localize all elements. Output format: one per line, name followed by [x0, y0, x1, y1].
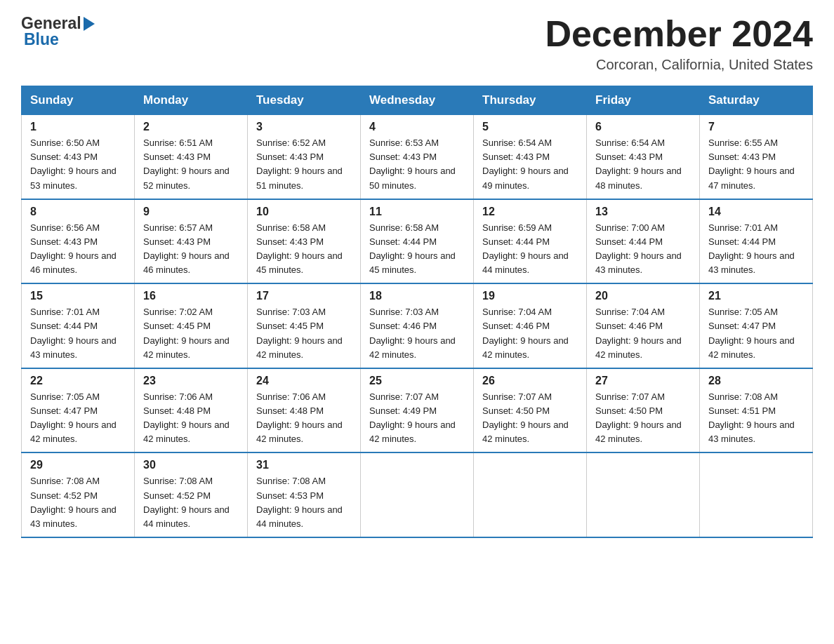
logo-arrow-icon [84, 17, 95, 31]
day-number: 25 [369, 375, 465, 387]
calendar-week-row: 1 Sunrise: 6:50 AMSunset: 4:43 PMDayligh… [22, 115, 813, 199]
day-info: Sunrise: 7:04 AMSunset: 4:46 PMDaylight:… [482, 305, 578, 362]
table-row: 24 Sunrise: 7:06 AMSunset: 4:48 PMDaylig… [248, 368, 361, 453]
day-info: Sunrise: 6:56 AMSunset: 4:43 PMDaylight:… [30, 221, 126, 278]
table-row: 12 Sunrise: 6:59 AMSunset: 4:44 PMDaylig… [474, 199, 587, 284]
table-row: 1 Sunrise: 6:50 AMSunset: 4:43 PMDayligh… [22, 115, 135, 199]
day-number: 26 [482, 375, 578, 387]
table-row: 18 Sunrise: 7:03 AMSunset: 4:46 PMDaylig… [361, 283, 474, 368]
day-number: 19 [482, 290, 578, 302]
col-thursday: Thursday [474, 86, 587, 115]
table-row: 29 Sunrise: 7:08 AMSunset: 4:52 PMDaylig… [22, 452, 135, 537]
table-row: 4 Sunrise: 6:53 AMSunset: 4:43 PMDayligh… [361, 115, 474, 199]
day-number: 7 [708, 121, 804, 133]
table-row: 26 Sunrise: 7:07 AMSunset: 4:50 PMDaylig… [474, 368, 587, 453]
title-block: December 2024 Corcoran, California, Unit… [545, 14, 813, 73]
day-info: Sunrise: 7:03 AMSunset: 4:46 PMDaylight:… [369, 305, 465, 362]
table-row: 3 Sunrise: 6:52 AMSunset: 4:43 PMDayligh… [248, 115, 361, 199]
day-info: Sunrise: 7:07 AMSunset: 4:49 PMDaylight:… [369, 390, 465, 447]
table-row [587, 452, 700, 537]
day-info: Sunrise: 6:58 AMSunset: 4:43 PMDaylight:… [256, 221, 352, 278]
day-info: Sunrise: 7:03 AMSunset: 4:45 PMDaylight:… [256, 305, 352, 362]
table-row: 13 Sunrise: 7:00 AMSunset: 4:44 PMDaylig… [587, 199, 700, 284]
table-row: 2 Sunrise: 6:51 AMSunset: 4:43 PMDayligh… [135, 115, 248, 199]
calendar-week-row: 22 Sunrise: 7:05 AMSunset: 4:47 PMDaylig… [22, 368, 813, 453]
table-row [700, 452, 813, 537]
day-number: 27 [595, 375, 691, 387]
day-number: 13 [595, 206, 691, 218]
table-row: 16 Sunrise: 7:02 AMSunset: 4:45 PMDaylig… [135, 283, 248, 368]
col-saturday: Saturday [700, 86, 813, 115]
day-number: 23 [143, 375, 239, 387]
table-row: 15 Sunrise: 7:01 AMSunset: 4:44 PMDaylig… [22, 283, 135, 368]
calendar-table: Sunday Monday Tuesday Wednesday Thursday… [21, 86, 813, 538]
day-info: Sunrise: 7:08 AMSunset: 4:53 PMDaylight:… [256, 474, 352, 531]
table-row [474, 452, 587, 537]
col-friday: Friday [587, 86, 700, 115]
calendar-week-row: 15 Sunrise: 7:01 AMSunset: 4:44 PMDaylig… [22, 283, 813, 368]
day-info: Sunrise: 7:00 AMSunset: 4:44 PMDaylight:… [595, 221, 691, 278]
day-info: Sunrise: 6:54 AMSunset: 4:43 PMDaylight:… [595, 136, 691, 193]
day-number: 12 [482, 206, 578, 218]
day-number: 30 [143, 459, 239, 471]
day-info: Sunrise: 6:58 AMSunset: 4:44 PMDaylight:… [369, 221, 465, 278]
day-info: Sunrise: 7:01 AMSunset: 4:44 PMDaylight:… [30, 305, 126, 362]
day-number: 24 [256, 375, 352, 387]
table-row [361, 452, 474, 537]
table-row: 8 Sunrise: 6:56 AMSunset: 4:43 PMDayligh… [22, 199, 135, 284]
table-row: 20 Sunrise: 7:04 AMSunset: 4:46 PMDaylig… [587, 283, 700, 368]
col-monday: Monday [135, 86, 248, 115]
page-header: General Blue December 2024 Corcoran, Cal… [21, 14, 813, 73]
day-info: Sunrise: 7:08 AMSunset: 4:52 PMDaylight:… [30, 474, 126, 531]
day-number: 3 [256, 121, 352, 133]
day-number: 10 [256, 206, 352, 218]
day-number: 5 [482, 121, 578, 133]
location-subtitle: Corcoran, California, United States [545, 57, 813, 73]
day-number: 6 [595, 121, 691, 133]
col-wednesday: Wednesday [361, 86, 474, 115]
table-row: 28 Sunrise: 7:08 AMSunset: 4:51 PMDaylig… [700, 368, 813, 453]
day-number: 14 [708, 206, 804, 218]
day-info: Sunrise: 7:08 AMSunset: 4:52 PMDaylight:… [143, 474, 239, 531]
table-row: 5 Sunrise: 6:54 AMSunset: 4:43 PMDayligh… [474, 115, 587, 199]
day-number: 21 [708, 290, 804, 302]
day-number: 22 [30, 375, 126, 387]
table-row: 6 Sunrise: 6:54 AMSunset: 4:43 PMDayligh… [587, 115, 700, 199]
table-row: 23 Sunrise: 7:06 AMSunset: 4:48 PMDaylig… [135, 368, 248, 453]
day-number: 8 [30, 206, 126, 218]
table-row: 9 Sunrise: 6:57 AMSunset: 4:43 PMDayligh… [135, 199, 248, 284]
day-number: 11 [369, 206, 465, 218]
calendar-week-row: 8 Sunrise: 6:56 AMSunset: 4:43 PMDayligh… [22, 199, 813, 284]
calendar-week-row: 29 Sunrise: 7:08 AMSunset: 4:52 PMDaylig… [22, 452, 813, 537]
table-row: 22 Sunrise: 7:05 AMSunset: 4:47 PMDaylig… [22, 368, 135, 453]
table-row: 14 Sunrise: 7:01 AMSunset: 4:44 PMDaylig… [700, 199, 813, 284]
day-number: 28 [708, 375, 804, 387]
day-info: Sunrise: 7:06 AMSunset: 4:48 PMDaylight:… [143, 390, 239, 447]
day-number: 16 [143, 290, 239, 302]
day-number: 20 [595, 290, 691, 302]
day-info: Sunrise: 7:07 AMSunset: 4:50 PMDaylight:… [595, 390, 691, 447]
day-info: Sunrise: 6:57 AMSunset: 4:43 PMDaylight:… [143, 221, 239, 278]
logo[interactable]: General Blue [21, 14, 95, 49]
day-info: Sunrise: 6:59 AMSunset: 4:44 PMDaylight:… [482, 221, 578, 278]
day-number: 4 [369, 121, 465, 133]
table-row: 19 Sunrise: 7:04 AMSunset: 4:46 PMDaylig… [474, 283, 587, 368]
day-info: Sunrise: 6:53 AMSunset: 4:43 PMDaylight:… [369, 136, 465, 193]
day-info: Sunrise: 6:51 AMSunset: 4:43 PMDaylight:… [143, 136, 239, 193]
table-row: 31 Sunrise: 7:08 AMSunset: 4:53 PMDaylig… [248, 452, 361, 537]
table-row: 21 Sunrise: 7:05 AMSunset: 4:47 PMDaylig… [700, 283, 813, 368]
day-info: Sunrise: 7:05 AMSunset: 4:47 PMDaylight:… [30, 390, 126, 447]
col-sunday: Sunday [22, 86, 135, 115]
day-info: Sunrise: 7:08 AMSunset: 4:51 PMDaylight:… [708, 390, 804, 447]
day-info: Sunrise: 7:04 AMSunset: 4:46 PMDaylight:… [595, 305, 691, 362]
calendar-header-row: Sunday Monday Tuesday Wednesday Thursday… [22, 86, 813, 115]
table-row: 17 Sunrise: 7:03 AMSunset: 4:45 PMDaylig… [248, 283, 361, 368]
table-row: 27 Sunrise: 7:07 AMSunset: 4:50 PMDaylig… [587, 368, 700, 453]
logo-blue-text: Blue [22, 30, 59, 49]
day-number: 15 [30, 290, 126, 302]
table-row: 7 Sunrise: 6:55 AMSunset: 4:43 PMDayligh… [700, 115, 813, 199]
table-row: 11 Sunrise: 6:58 AMSunset: 4:44 PMDaylig… [361, 199, 474, 284]
day-number: 17 [256, 290, 352, 302]
day-info: Sunrise: 6:55 AMSunset: 4:43 PMDaylight:… [708, 136, 804, 193]
day-info: Sunrise: 6:52 AMSunset: 4:43 PMDaylight:… [256, 136, 352, 193]
